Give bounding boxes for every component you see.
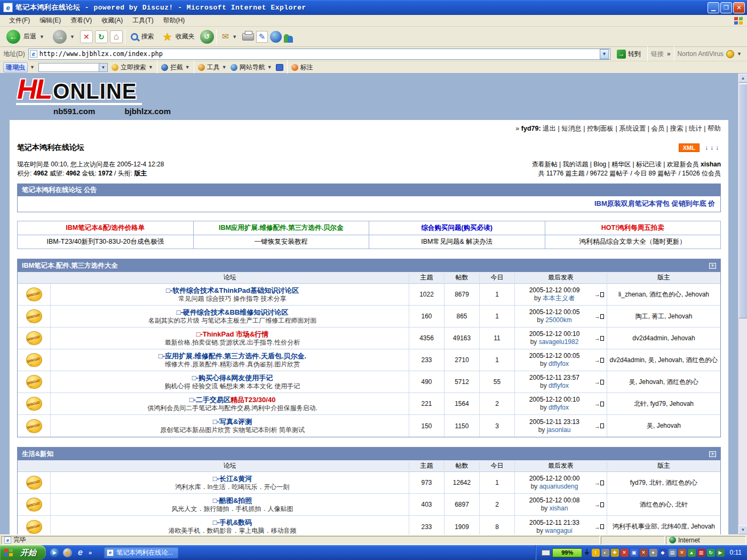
promo-link[interactable]: 一键恢复安装教程 xyxy=(193,235,369,249)
links-chevron-icon[interactable]: » xyxy=(667,50,671,58)
forum-title-link[interactable]: □-ThinkPad 市场&行情 xyxy=(56,330,409,339)
last-post-author[interactable]: 本本主义者 xyxy=(543,294,575,302)
messenger-button[interactable] xyxy=(284,31,296,43)
links-label[interactable]: 链接 xyxy=(651,50,664,59)
go-button[interactable]: → 转到 xyxy=(614,49,644,59)
coral-input-dropdown-icon[interactable]: ▼ xyxy=(99,63,107,71)
menu-tools[interactable]: 工具(T) xyxy=(128,15,158,26)
goto-last-post-icon[interactable]: → xyxy=(594,379,604,385)
forward-dropdown-icon[interactable]: ▼ xyxy=(70,34,75,39)
forum-title-link[interactable]: □-写真&评测 xyxy=(56,418,409,426)
quick-link[interactable]: 标记已读 xyxy=(636,161,662,168)
gears-error-icon[interactable]: ✕ xyxy=(678,549,686,557)
forum-title-link[interactable]: □-购买心得&网友使用手记 xyxy=(56,374,409,382)
moderators[interactable]: li_zhenan, 酒红色的心, Jehovah xyxy=(607,284,720,305)
forum-title-link[interactable]: □-应用扩展.维修配件.第三方选件.天盾包.贝尔金. xyxy=(56,352,409,361)
refresh-button[interactable]: ↻ xyxy=(95,30,108,43)
xml-badge[interactable]: XML xyxy=(679,143,700,152)
leaf-icon[interactable]: ▲ xyxy=(688,549,696,557)
edit-button[interactable]: ✎ xyxy=(256,31,268,43)
coral-search-button[interactable]: 立即搜索 ▼ xyxy=(112,63,153,72)
menu-help[interactable]: 帮助(H) xyxy=(158,15,190,26)
mail-button[interactable]: ✉ ▼ xyxy=(219,31,240,42)
ie-quicklaunch-icon[interactable]: e xyxy=(76,548,85,557)
favorites-button[interactable]: ★ 收藏夹 xyxy=(160,30,198,43)
close-button[interactable]: ✕ xyxy=(733,2,745,13)
quicklaunch-chevron-icon[interactable]: » xyxy=(89,549,92,556)
quick-link[interactable]: 欢迎新会员 xyxy=(667,161,699,168)
coral-dropdown-icon[interactable]: ▼ xyxy=(30,65,35,70)
back-dropdown-icon[interactable]: ▼ xyxy=(39,34,44,39)
forum-title-link[interactable]: □-手机&数码 xyxy=(56,518,409,527)
coral-block-button[interactable]: 拦截 ▼ xyxy=(161,63,190,72)
taskbar-window-button[interactable]: e 笔记本鸿利在线论... xyxy=(104,547,178,558)
moderators[interactable]: 陶工, 蒋工, Jehovah xyxy=(607,306,720,327)
announcement-link[interactable]: IBM原装双肩笔记本背包 促销到年底 价 xyxy=(594,199,715,207)
goto-last-post-icon[interactable]: → xyxy=(594,524,604,530)
goto-last-post-icon[interactable]: → xyxy=(594,501,604,508)
moderators[interactable]: 北针, fyd79, Jehovah xyxy=(607,393,720,414)
winamp-tray-icon[interactable]: ◐ xyxy=(601,549,609,557)
user-link[interactable]: 帮助 xyxy=(708,125,721,132)
web-globe-button[interactable] xyxy=(270,31,282,43)
forum-title-link[interactable]: □-软件综合技术&ThinkPad基础知识讨论区 xyxy=(56,286,409,295)
goto-last-post-icon[interactable]: → xyxy=(594,291,604,298)
last-post-author[interactable]: dtflyfox xyxy=(549,404,569,411)
coral-nav-button[interactable]: 网站导航 ▼ xyxy=(231,63,272,72)
scroll-arrows-icon[interactable]: ↓↓↓ xyxy=(705,144,721,151)
user-link[interactable]: 控制面板 xyxy=(587,125,614,132)
quick-link[interactable]: 精华区 xyxy=(611,161,631,168)
last-post-author[interactable]: 25000km xyxy=(545,316,571,324)
power-plug-icon[interactable]: ⏚ xyxy=(584,548,589,557)
last-post-author[interactable]: savagelu1982 xyxy=(539,338,579,346)
forum-title-link[interactable]: □-酷图&拍照 xyxy=(56,497,409,505)
magnifier-tray-icon[interactable]: ● xyxy=(649,549,657,557)
monitor-error-icon[interactable]: ✕ xyxy=(640,549,648,557)
menu-favorites[interactable]: 收藏(A) xyxy=(97,15,128,26)
goto-last-post-icon[interactable]: → xyxy=(594,357,604,363)
history-button[interactable]: ↺ xyxy=(200,30,214,44)
last-post-author[interactable]: jasonlau xyxy=(547,426,571,434)
moderators[interactable]: 鸿利手机事业部, 北纬40度, Jehovah xyxy=(607,516,720,534)
search-button[interactable]: 搜索 xyxy=(128,32,157,41)
quick-link[interactable]: 我的话题 xyxy=(562,161,588,168)
forum-title-link[interactable]: □-二手交易区精品T23/30/40 xyxy=(56,396,409,404)
address-dropdown-icon[interactable]: ▼ xyxy=(600,49,609,59)
home-button[interactable]: ⌂ xyxy=(110,30,123,43)
print-button[interactable] xyxy=(242,33,254,41)
antivirus-icon[interactable]: ✚ xyxy=(611,549,619,557)
minimize-button[interactable]: ▁ xyxy=(708,2,719,13)
moderators[interactable]: fyd79, 北针, 酒红色的心 xyxy=(607,472,720,493)
back-button[interactable]: ← 后退 ▼ xyxy=(3,30,47,44)
promo-link[interactable]: IBM应用扩展.维修配件.第三方选件.贝尔金 xyxy=(193,221,369,235)
moderators[interactable]: 酒红色的心, 北针 xyxy=(607,494,720,515)
moderators[interactable]: 吴, Jehovah xyxy=(607,415,720,437)
coral-tools-button[interactable]: 工具 ▼ xyxy=(198,63,227,72)
promo-link[interactable]: IBM笔记本&配/选件价格单 xyxy=(18,221,194,235)
goto-last-post-icon[interactable]: → xyxy=(594,423,604,429)
new-member-name[interactable]: xishan xyxy=(701,161,721,168)
diamond-icon[interactable]: ◆ xyxy=(659,549,667,557)
user-link[interactable]: 统计 xyxy=(689,125,702,132)
promo-link[interactable]: IBM-T23/40新到T30-83U-20台成色极强 xyxy=(18,235,194,249)
battery-meter[interactable]: 99% xyxy=(552,548,582,557)
scroll-up-icon[interactable]: ▲ xyxy=(738,74,747,83)
show-desktop-icon[interactable]: ▶ xyxy=(717,549,725,557)
offline-monitor-icon[interactable]: ✕ xyxy=(621,549,629,557)
menu-edit[interactable]: 编辑(E) xyxy=(35,15,66,26)
quick-link[interactable]: 查看新帖 xyxy=(532,161,558,168)
promo-link[interactable]: 综合购买问题(购买必读) xyxy=(369,221,545,235)
forward-button[interactable]: → ▼ xyxy=(50,30,78,44)
promo-link[interactable]: HOT!鸿利每周五拍卖 xyxy=(545,221,721,235)
last-post-author[interactable]: aquariusdeng xyxy=(539,483,578,490)
chart-error-icon[interactable]: ▥ xyxy=(697,549,705,557)
goto-last-post-icon[interactable]: → xyxy=(594,479,604,486)
user-link[interactable]: 短消息 xyxy=(561,125,582,132)
last-post-author[interactable]: wangagui xyxy=(545,527,572,534)
promo-link[interactable]: 鸿利精品综合文章大全（随时更新） xyxy=(545,235,721,249)
address-input[interactable]: e http://www.bjbhlzx.com/index.php ▼ xyxy=(28,49,610,60)
notepad-icon[interactable] xyxy=(276,64,283,71)
moderators[interactable]: dv2d4admin, 吴, Jehovah, 酒红色的心 xyxy=(607,349,720,371)
computer-icon[interactable]: ▤ xyxy=(669,549,677,557)
promo-link[interactable]: IBM常见问题& 解决办法 xyxy=(369,235,545,249)
